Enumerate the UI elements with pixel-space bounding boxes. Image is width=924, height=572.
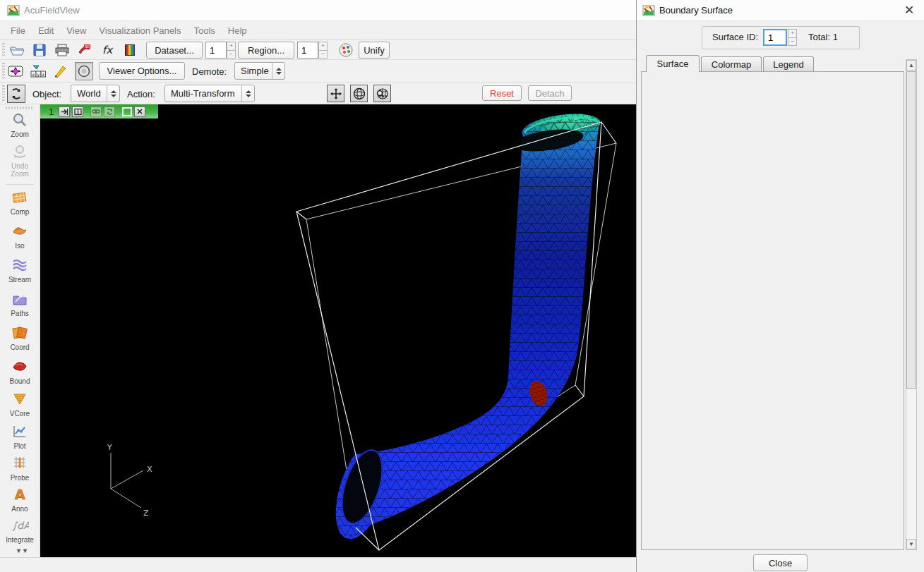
tab-legend[interactable]: Legend	[763, 56, 814, 72]
circle-outline-icon	[76, 63, 92, 79]
fit-to-window-button[interactable]	[7, 63, 24, 80]
panel-logo-icon	[642, 4, 655, 17]
viewport-sync-button[interactable]	[104, 107, 115, 117]
link-icon	[92, 108, 100, 115]
reset-button[interactable]: Reset	[482, 85, 522, 101]
region-value-input[interactable]	[297, 42, 318, 59]
demote-label: Demote:	[192, 66, 227, 77]
export-pdf-button[interactable]: 3D	[76, 42, 93, 59]
surface-id-input[interactable]	[763, 29, 787, 46]
sidebar-item-probe[interactable]: Probe	[0, 455, 40, 482]
sidebar-item-paths[interactable]: Paths	[0, 291, 40, 317]
toolbar-grip[interactable]	[2, 43, 5, 56]
dataset-button[interactable]: Dataset...	[146, 42, 203, 59]
sidebar-item-vcore[interactable]: VCore	[0, 391, 40, 418]
menu-visualization-panels[interactable]: Visualization Panels	[92, 23, 187, 39]
tab-colormap[interactable]: Colormap	[701, 56, 762, 72]
rotate-mode-button[interactable]	[350, 85, 368, 102]
sidebar-collapse-chevron[interactable]: ▼▼	[16, 547, 28, 554]
detach-button[interactable]: Detach	[528, 85, 572, 101]
menu-tools[interactable]: Tools	[187, 23, 221, 39]
print-button[interactable]	[54, 42, 71, 59]
menu-help[interactable]: Help	[222, 23, 253, 39]
fit-arrows-icon	[7, 63, 24, 80]
viewport-close-button[interactable]	[134, 107, 145, 117]
dataset-value-input[interactable]	[205, 42, 227, 59]
svg-text:y: y	[37, 72, 40, 78]
viewport-export-button[interactable]	[59, 107, 70, 117]
pan-mode-button[interactable]	[327, 85, 344, 102]
pick-button[interactable]	[52, 63, 69, 80]
sidebar-item-anno[interactable]: A Anno	[0, 486, 40, 513]
svg-text:3D: 3D	[85, 44, 90, 49]
function-editor-button[interactable]: fx	[100, 42, 117, 59]
toolbar-grip[interactable]	[2, 85, 5, 101]
axis-label-y: Y	[107, 443, 112, 452]
sidebar-item-bound[interactable]: Bound	[0, 358, 40, 385]
svg-text:z: z	[42, 72, 44, 77]
sidebar-item-comp[interactable]: Comp	[0, 189, 40, 216]
computational-surface-icon	[11, 189, 28, 206]
close-button[interactable]: Close	[753, 554, 808, 571]
object-select[interactable]: World	[71, 85, 120, 102]
menu-file[interactable]: File	[4, 23, 32, 39]
toolbar-main: 3D fx Dataset... +− Region... +−	[0, 40, 636, 60]
region-spin-buttons[interactable]: +−	[318, 42, 328, 59]
viewport-window-strip: 1	[40, 104, 158, 118]
menu-view[interactable]: View	[60, 23, 92, 39]
sidebar-item-zoom[interactable]: Zoom	[0, 111, 40, 138]
viewport-maximize-button[interactable]	[122, 107, 132, 116]
save-button[interactable]	[31, 42, 48, 59]
panel-close-icon[interactable]: ✕	[901, 3, 917, 18]
svg-text:x: x	[32, 72, 35, 77]
transform-cycle-button[interactable]	[7, 85, 25, 103]
open-file-button[interactable]	[8, 42, 25, 59]
viewer-options-button[interactable]: Viewer Options...	[99, 62, 185, 80]
coordinate-surface-icon	[11, 324, 28, 341]
cycle-arrows-icon	[9, 87, 23, 101]
panel-titlebar: Boundary Surface ✕	[637, 0, 924, 21]
open-folder-icon	[9, 42, 25, 58]
axis-annotation-button[interactable]: x y z	[30, 63, 47, 80]
colormap-manager-button[interactable]	[121, 42, 138, 59]
fx-icon: fx	[101, 42, 116, 58]
viewport-link-button[interactable]	[90, 107, 102, 117]
menu-edit[interactable]: Edit	[32, 23, 60, 39]
sidebar-item-stream[interactable]: Stream	[0, 257, 40, 284]
demote-select[interactable]: Simple	[234, 62, 285, 80]
viewport-3d[interactable]: Y X Z 1	[40, 104, 636, 557]
zoom-mode-button[interactable]	[373, 85, 391, 102]
pan-arrows-icon	[329, 87, 343, 101]
sidebar-item-undo-zoom[interactable]: Undo Zoom	[0, 143, 40, 178]
region-spinner: +−	[297, 42, 328, 59]
dataset-colors-button[interactable]	[337, 42, 354, 59]
region-button[interactable]: Region...	[238, 42, 294, 59]
toolbar-grip[interactable]	[2, 63, 5, 79]
sidebar-item-iso[interactable]: Iso	[0, 223, 40, 250]
magnifier-icon	[11, 111, 28, 128]
main-titlebar: AcuFieldView	[0, 0, 636, 21]
sidebar-grip[interactable]	[6, 107, 34, 109]
action-value: Multi-Transform	[171, 88, 235, 99]
unify-button[interactable]: Unify	[359, 42, 390, 59]
svg-text:∫dA: ∫dA	[12, 520, 29, 531]
viewport-layout-button[interactable]	[72, 107, 83, 117]
updown-arrows-icon	[241, 85, 254, 102]
tab-surface[interactable]: Surface	[646, 55, 700, 72]
surface-id-spin-buttons[interactable]: +−	[788, 29, 797, 46]
tool-sidebar: Zoom Undo Zoom Comp	[0, 104, 40, 557]
sidebar-item-plot[interactable]: Plot	[0, 423, 40, 450]
outline-mode-toggle[interactable]	[75, 62, 93, 80]
statusbar	[0, 557, 636, 572]
sidebar-item-coord[interactable]: Coord	[0, 324, 40, 351]
sidebar-item-integrate[interactable]: ∫dA Integrate	[0, 517, 40, 544]
panel-scrollbar[interactable]: ▲ ▼	[906, 59, 917, 550]
boundary-surface-icon	[11, 358, 28, 375]
dataset-spin-buttons[interactable]: +−	[227, 42, 236, 59]
action-select[interactable]: Multi-Transform	[164, 85, 255, 102]
demote-value: Simple	[241, 66, 269, 76]
picker-pen-icon	[52, 63, 69, 80]
svg-text:fx: fx	[102, 44, 114, 56]
acufieldview-app: AcuFieldView File Edit View Visualizatio…	[0, 0, 924, 572]
panel-title: Boundary Surface	[659, 5, 733, 16]
